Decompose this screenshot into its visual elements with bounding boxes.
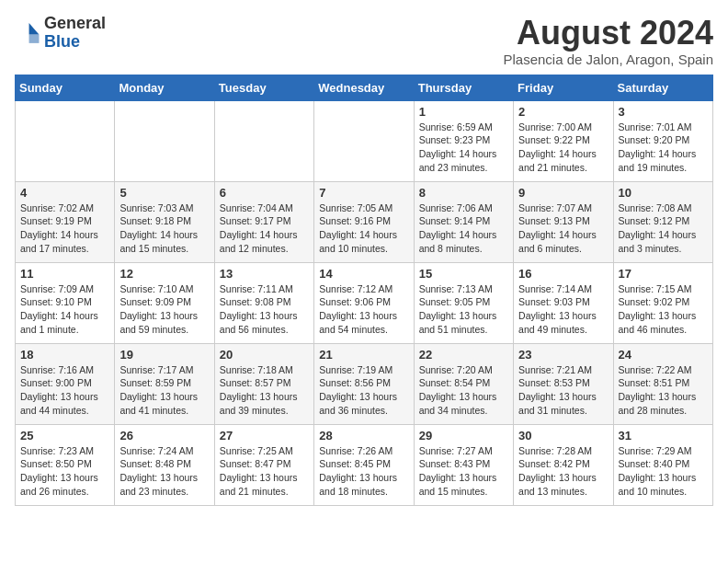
day-number: 13 (220, 267, 309, 281)
cell-content-line: Daylight: 13 hours (319, 390, 408, 404)
cell-content-line: and 15 minutes. (119, 242, 209, 256)
day-number: 22 (419, 348, 508, 362)
cell-content-line: and 26 minutes. (20, 485, 109, 499)
day-header-sunday: Sunday (16, 75, 115, 100)
week-row-4: 18Sunrise: 7:16 AMSunset: 9:00 PMDayligh… (16, 343, 713, 424)
header: General Blue August 2024 Plasencia de Ja… (15, 15, 713, 67)
calendar-title: August 2024 (504, 15, 714, 52)
calendar-cell: 4Sunrise: 7:02 AMSunset: 9:19 PMDaylight… (16, 181, 115, 262)
cell-content-line: and 8 minutes. (419, 242, 508, 256)
cell-content-line: Sunset: 8:54 PM (419, 376, 508, 390)
cell-content-line: Sunrise: 7:10 AM (119, 282, 209, 296)
calendar-cell: 2Sunrise: 7:00 AMSunset: 9:22 PMDaylight… (514, 100, 613, 181)
cell-content-line: Sunrise: 7:18 AM (220, 363, 309, 377)
day-number: 8 (419, 186, 508, 200)
week-row-1: 1Sunrise: 6:59 AMSunset: 9:23 PMDaylight… (16, 100, 713, 181)
calendar-subtitle: Plasencia de Jalon, Aragon, Spain (504, 52, 714, 67)
calendar-cell: 18Sunrise: 7:16 AMSunset: 9:00 PMDayligh… (16, 343, 115, 424)
day-number: 27 (220, 429, 309, 442)
day-header-wednesday: Wednesday (314, 75, 414, 100)
day-header-tuesday: Tuesday (214, 75, 313, 100)
logo-text: General Blue (44, 15, 106, 52)
calendar-cell (115, 100, 214, 181)
cell-content-line: Sunset: 8:48 PM (119, 457, 209, 471)
day-number: 15 (419, 267, 508, 281)
cell-content-line: Daylight: 14 hours (20, 228, 109, 242)
header-row: SundayMondayTuesdayWednesdayThursdayFrid… (16, 75, 713, 100)
day-number: 31 (619, 429, 708, 442)
day-number: 17 (619, 267, 708, 281)
calendar-cell: 29Sunrise: 7:27 AMSunset: 8:43 PMDayligh… (414, 424, 513, 505)
day-header-friday: Friday (514, 75, 613, 100)
cell-content-line: and 23 minutes. (419, 161, 508, 175)
calendar-cell: 24Sunrise: 7:22 AMSunset: 8:51 PMDayligh… (613, 343, 712, 424)
day-number: 12 (119, 267, 209, 281)
cell-content-line: Daylight: 14 hours (419, 147, 508, 161)
cell-content-line: Sunrise: 7:29 AM (619, 444, 708, 458)
cell-content-line: Daylight: 13 hours (419, 309, 508, 323)
calendar-cell: 22Sunrise: 7:20 AMSunset: 8:54 PMDayligh… (414, 343, 513, 424)
cell-content-line: Daylight: 14 hours (20, 309, 109, 323)
cell-content-line: Daylight: 13 hours (619, 309, 708, 323)
cell-content-line: Sunset: 9:14 PM (419, 214, 508, 228)
cell-content-line: Sunrise: 7:02 AM (20, 201, 109, 215)
cell-content-line: Sunset: 8:57 PM (220, 376, 309, 390)
cell-content-line: Daylight: 13 hours (220, 471, 309, 485)
day-number: 18 (20, 348, 109, 362)
cell-content-line: Sunrise: 7:12 AM (319, 282, 408, 296)
cell-content-line: Sunrise: 7:11 AM (220, 282, 309, 296)
cell-content-line: and 39 minutes. (220, 404, 309, 418)
day-header-saturday: Saturday (613, 75, 712, 100)
cell-content-line: Daylight: 14 hours (419, 228, 508, 242)
svg-marker-1 (29, 34, 40, 42)
logo: General Blue (15, 15, 106, 52)
cell-content-line: and 44 minutes. (20, 404, 109, 418)
cell-content-line: Sunset: 9:13 PM (518, 214, 608, 228)
cell-content-line: and 28 minutes. (619, 404, 708, 418)
calendar-cell: 10Sunrise: 7:08 AMSunset: 9:12 PMDayligh… (613, 181, 712, 262)
calendar-cell: 3Sunrise: 7:01 AMSunset: 9:20 PMDaylight… (613, 100, 712, 181)
cell-content-line: Sunset: 9:05 PM (419, 295, 508, 309)
cell-content-line: Daylight: 13 hours (119, 471, 209, 485)
cell-content-line: Sunset: 9:03 PM (518, 295, 608, 309)
cell-content-line: and 49 minutes. (518, 323, 608, 337)
calendar-cell (16, 100, 115, 181)
cell-content-line: Daylight: 14 hours (619, 147, 708, 161)
day-number: 9 (518, 186, 608, 200)
cell-content-line: and 19 minutes. (619, 161, 708, 175)
cell-content-line: Sunset: 8:50 PM (20, 457, 109, 471)
cell-content-line: and 56 minutes. (220, 323, 309, 337)
cell-content-line: Sunrise: 7:27 AM (419, 444, 508, 458)
cell-content-line: Sunset: 9:10 PM (20, 295, 109, 309)
day-number: 20 (220, 348, 309, 362)
day-number: 3 (619, 105, 708, 119)
cell-content-line: Sunrise: 7:26 AM (319, 444, 408, 458)
cell-content-line: Daylight: 13 hours (518, 471, 608, 485)
cell-content-line: and 18 minutes. (319, 485, 408, 499)
cell-content-line: Sunrise: 7:25 AM (220, 444, 309, 458)
cell-content-line: Daylight: 13 hours (220, 390, 309, 404)
cell-content-line: Sunrise: 7:06 AM (419, 201, 508, 215)
calendar-cell: 5Sunrise: 7:03 AMSunset: 9:18 PMDaylight… (115, 181, 214, 262)
week-row-2: 4Sunrise: 7:02 AMSunset: 9:19 PMDaylight… (16, 181, 713, 262)
day-number: 28 (319, 429, 408, 442)
day-number: 14 (319, 267, 408, 281)
calendar-cell: 15Sunrise: 7:13 AMSunset: 9:05 PMDayligh… (414, 262, 513, 343)
cell-content-line: Sunset: 9:18 PM (119, 214, 209, 228)
cell-content-line: Daylight: 13 hours (619, 390, 708, 404)
cell-content-line: Daylight: 13 hours (220, 309, 309, 323)
cell-content-line: Sunrise: 7:01 AM (619, 121, 708, 134)
calendar-cell: 23Sunrise: 7:21 AMSunset: 8:53 PMDayligh… (514, 343, 613, 424)
day-number: 10 (619, 186, 708, 200)
cell-content-line: and 3 minutes. (619, 242, 708, 256)
cell-content-line: Daylight: 14 hours (518, 147, 608, 161)
cell-content-line: Sunrise: 7:15 AM (619, 282, 708, 296)
cell-content-line: and 21 minutes. (220, 485, 309, 499)
day-number: 29 (419, 429, 508, 442)
cell-content-line: and 36 minutes. (319, 404, 408, 418)
cell-content-line: Sunrise: 7:20 AM (419, 363, 508, 377)
calendar-table: SundayMondayTuesdayWednesdayThursdayFrid… (15, 75, 713, 506)
week-row-5: 25Sunrise: 7:23 AMSunset: 8:50 PMDayligh… (16, 424, 713, 505)
logo-blue: Blue (44, 32, 80, 51)
day-number: 2 (518, 105, 608, 119)
